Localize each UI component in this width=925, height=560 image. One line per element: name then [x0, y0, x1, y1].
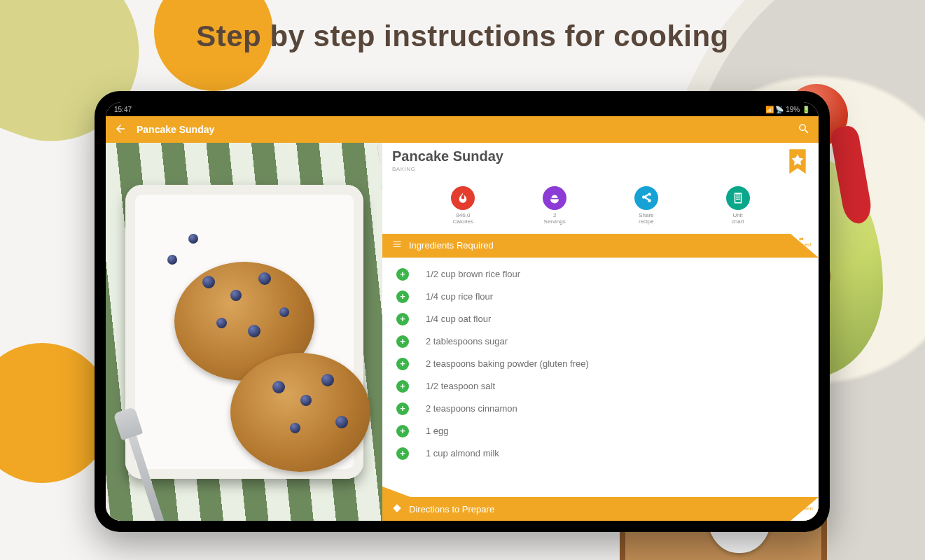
ingredient-row: +2 teaspoons baking powder (gluten free) [382, 353, 819, 375]
app-screen: 15:47 📶 📡 19% 🔋 Pancake Sunday [106, 102, 819, 521]
ingredient-text: 2 teaspoons cinnamon [426, 403, 517, 414]
tablet-frame: 15:47 📶 📡 19% 🔋 Pancake Sunday [95, 91, 830, 532]
app-bar: Pancake Sunday [106, 116, 819, 143]
ingredients-list[interactable]: +1/2 cup brown rice flour+1/4 cup rice f… [382, 258, 819, 497]
promo-stage: Step by step instructions for cooking 15… [0, 0, 925, 560]
add-ingredient-button[interactable]: + [396, 380, 409, 393]
ingredient-row: +2 teaspoons cinnamon [382, 398, 819, 420]
flame-icon [451, 186, 475, 210]
add-ingredient-button[interactable]: + [396, 447, 409, 460]
search-icon[interactable] [798, 122, 810, 137]
ingredient-row: +1/2 cup brown rice flour [382, 263, 819, 286]
add-ingredient-button[interactable]: + [396, 402, 409, 415]
recipe-title: Pancake Sunday [392, 148, 788, 164]
stat-unit[interactable]: Unitchart [726, 186, 750, 225]
ingredient-row: +1 cup almond milk [382, 442, 819, 465]
unit-icon [726, 186, 750, 210]
ingredient-row: +1 egg [382, 420, 819, 442]
status-time: 15:47 [114, 106, 132, 113]
add-ingredient-button[interactable]: + [396, 268, 409, 281]
directions-header[interactable]: Directions to Prepare ⛶Full Screen [382, 497, 819, 521]
add-ingredient-button[interactable]: + [396, 313, 409, 326]
ingredient-row: +1/4 cup rice flour [382, 286, 819, 308]
convert-button[interactable]: ⇄Convert [792, 237, 812, 249]
ingredient-text: 1/2 cup brown rice flour [426, 269, 520, 279]
ingredients-header-label: Ingredients Required [409, 240, 494, 251]
stats-row: 846.0Calories 2Servings Sharerecipe [382, 179, 819, 234]
stat-share[interactable]: Sharerecipe [634, 186, 658, 225]
diamond-icon [392, 503, 402, 515]
ingredient-text: 1 cup almond milk [426, 448, 499, 458]
recipe-photo [106, 143, 382, 521]
ingredient-text: 2 tablespoons sugar [426, 336, 508, 346]
recipe-category: BAKING [392, 166, 788, 172]
ingredient-text: 1/2 teaspoon salt [426, 381, 495, 391]
ingredient-row: +1/4 cup oat flour [382, 308, 819, 330]
share-icon [634, 186, 658, 210]
ingredient-text: 2 teaspoons baking powder (gluten free) [426, 358, 589, 369]
ingredient-text: 1 egg [426, 426, 449, 436]
ingredient-text: 1/4 cup rice flour [426, 291, 493, 302]
back-icon[interactable] [114, 122, 127, 137]
bookmark-button[interactable] [788, 148, 809, 179]
list-icon [392, 239, 402, 251]
add-ingredient-button[interactable]: + [396, 335, 409, 348]
content-area: Pancake Sunday BAKING 846.0Calories [106, 143, 819, 521]
add-ingredient-button[interactable]: + [396, 358, 409, 370]
add-ingredient-button[interactable]: + [396, 290, 409, 303]
status-bar: 15:47 📶 📡 19% 🔋 [106, 102, 819, 116]
stat-servings[interactable]: 2Servings [543, 186, 566, 225]
ingredient-row: +1/2 teaspoon salt [382, 375, 819, 398]
servings-icon [543, 186, 566, 210]
ingredient-text: 1/4 cup oat flour [426, 314, 491, 324]
fullscreen-button[interactable]: ⛶Full Screen [785, 500, 813, 512]
ingredient-row: +2 tablespoons sugar [382, 330, 819, 353]
add-ingredient-button[interactable]: + [396, 425, 409, 438]
app-bar-title: Pancake Sunday [137, 124, 214, 135]
directions-header-label: Directions to Prepare [409, 504, 494, 514]
ingredients-header[interactable]: Ingredients Required ⇄Convert [382, 234, 819, 258]
stat-calories[interactable]: 846.0Calories [451, 186, 475, 225]
hero-title: Step by step instructions for cooking [0, 20, 925, 53]
status-right: 📶 📡 19% 🔋 [765, 106, 810, 113]
detail-panel: Pancake Sunday BAKING 846.0Calories [382, 143, 819, 521]
